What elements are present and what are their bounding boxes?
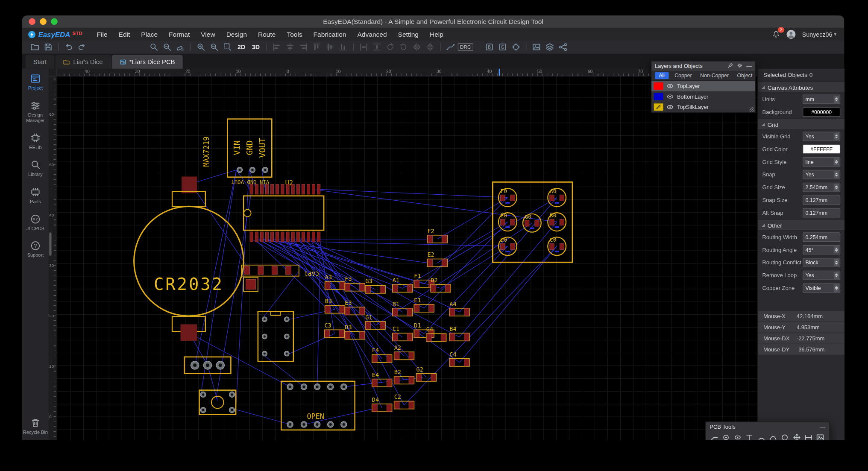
tab-liars-dice[interactable]: Liar's Dice (56, 55, 111, 68)
stepper-arrows[interactable] (834, 96, 839, 103)
sidebar-item-support[interactable]: ?Support (22, 240, 49, 258)
menu-view[interactable]: View (195, 28, 220, 41)
tool-curve[interactable] (768, 432, 779, 440)
stepper-arrows[interactable] (834, 171, 839, 178)
pcb-tools-header[interactable]: PCB Tools — (706, 422, 829, 431)
menu-place[interactable]: Place (135, 28, 163, 41)
collapse-tools-button[interactable]: — (820, 424, 825, 430)
tool-via[interactable] (720, 432, 731, 440)
cross-probe-button[interactable] (161, 41, 173, 53)
field-units[interactable]: mm (803, 95, 840, 104)
component-B1[interactable]: B1 (393, 301, 413, 316)
component-E4[interactable]: E4 (372, 372, 392, 387)
field-background[interactable]: #000000 (803, 107, 840, 117)
component-A4[interactable]: A4 (449, 301, 469, 316)
stepper-arrows[interactable] (834, 246, 839, 254)
layer-color-swatch[interactable] (654, 93, 663, 100)
view-3d-button[interactable]: 3D (249, 44, 262, 50)
active-layer-pencil-icon[interactable] (654, 103, 663, 111)
photo-button[interactable] (530, 41, 542, 53)
collapse-panel-button[interactable]: — (746, 63, 752, 69)
component-B2[interactable]: B2 (394, 369, 414, 384)
field-alt-snap[interactable]: 0.127mm (803, 208, 840, 217)
layer-color-swatch[interactable] (654, 82, 663, 90)
section-header-canvas-attributes[interactable]: ◢Canvas Attributes (758, 82, 844, 93)
sidebar-item-jlcpcb[interactable]: JLCJLCPCB (22, 214, 49, 231)
user-menu[interactable]: Sunyecz06 ▾ (802, 31, 836, 38)
menu-route[interactable]: Route (252, 28, 281, 41)
notifications-bell[interactable]: 2 (772, 30, 780, 38)
stepper-arrows[interactable] (834, 133, 839, 140)
stepper-arrows[interactable] (834, 184, 839, 191)
component-C1[interactable]: C1 (393, 325, 413, 341)
component-U2[interactable]: U2 (243, 179, 324, 242)
drc-button[interactable]: DRC (458, 43, 473, 51)
sidebar-item-design-manager[interactable]: Design Manager (22, 100, 49, 123)
eraser-button[interactable] (174, 41, 187, 53)
sidebar-item-library[interactable]: Library (22, 159, 49, 177)
component-pin-header[interactable] (185, 357, 231, 374)
menu-setting[interactable]: Setting (393, 28, 424, 41)
layer-row-bottomlayer[interactable]: BottomLayer (651, 91, 755, 102)
zoom-in-button[interactable] (195, 41, 207, 53)
gear-icon[interactable] (737, 62, 743, 70)
layer-visibility-eye-icon[interactable] (666, 103, 674, 111)
save-button[interactable] (42, 41, 54, 53)
menu-format[interactable]: Format (163, 28, 195, 41)
zoom-window-button[interactable] (221, 41, 234, 53)
tool-circle-tool[interactable] (779, 432, 790, 440)
field-grid-style[interactable]: line (803, 157, 840, 167)
stepper-arrows[interactable] (834, 272, 839, 279)
undo-button[interactable] (62, 41, 75, 53)
menu-fabrication[interactable]: Fabrication (308, 28, 352, 41)
tool-dimension[interactable] (803, 432, 814, 440)
component-E1[interactable]: E1 (414, 297, 434, 312)
field-routing-angle[interactable]: 45° (803, 245, 840, 255)
minimize-window-button[interactable] (40, 18, 47, 25)
field-visible-grid[interactable]: Yes (803, 132, 840, 141)
layer-visibility-eye-icon[interactable] (666, 82, 674, 90)
sidebar-item-parts[interactable]: Parts (22, 187, 49, 205)
origin-button[interactable] (510, 41, 522, 53)
component-A2[interactable]: A2 (394, 344, 414, 360)
field-remove-loop[interactable]: Yes (803, 271, 840, 280)
pcb-canvas[interactable]: CR2032MAX7219VINGNDVOUTVIN GND VOUTU2CAP… (49, 69, 757, 440)
menu-help[interactable]: Help (424, 28, 449, 41)
component-B4[interactable]: B4 (449, 325, 469, 341)
component-F3[interactable]: F3 (345, 275, 365, 291)
component-G4[interactable]: G4 (426, 326, 446, 341)
component-F2[interactable]: F2 (427, 228, 447, 243)
component-tactile-switch[interactable] (199, 390, 236, 415)
component-D4[interactable]: D4 (372, 396, 392, 412)
view-2d-button[interactable]: 2D (235, 44, 248, 50)
field-routing-conflict[interactable]: Block (803, 258, 840, 267)
pin-icon[interactable] (727, 62, 733, 70)
menu-tools[interactable]: Tools (281, 28, 308, 41)
tab-start[interactable]: Start (26, 55, 55, 68)
component-cap[interactable]: CAP1 (241, 265, 319, 292)
component-C3[interactable]: C3 (324, 322, 344, 337)
tool-pad[interactable] (732, 432, 743, 440)
zoom-out-button[interactable] (208, 41, 220, 53)
layer-visibility-eye-icon[interactable] (666, 93, 674, 100)
component-D2[interactable]: D2 (431, 277, 451, 292)
panel-resize-handle[interactable] (750, 107, 755, 112)
grid-view-button[interactable]: G (496, 41, 509, 53)
menu-file[interactable]: File (91, 28, 113, 41)
field-snap[interactable]: Yes (803, 170, 840, 179)
share-button[interactable] (557, 41, 569, 53)
stepper-arrows[interactable] (834, 158, 839, 166)
layers-tab-object[interactable]: Object (735, 72, 754, 79)
layer-row-toplayer[interactable]: TopLayer (651, 81, 755, 91)
field-grid-color[interactable]: #FFFFFF (803, 144, 840, 154)
field-copper-zone[interactable]: Visible (803, 284, 840, 293)
component-F4[interactable]: F4 (372, 347, 392, 363)
scrollbar-thumb[interactable] (49, 232, 51, 255)
component-connector[interactable] (258, 312, 293, 362)
board-button[interactable]: B (483, 41, 496, 53)
component-C2[interactable]: C2 (394, 393, 414, 409)
component-G2[interactable]: G2 (416, 366, 437, 381)
redo-button[interactable] (76, 41, 88, 53)
component-G1[interactable]: G1 (365, 314, 385, 329)
maximize-window-button[interactable] (51, 18, 58, 25)
